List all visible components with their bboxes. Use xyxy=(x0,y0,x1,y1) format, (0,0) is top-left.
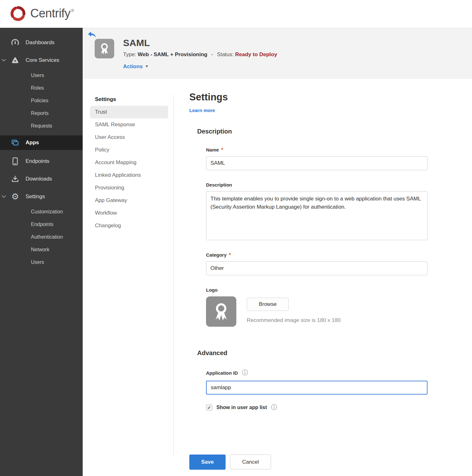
caret-down-icon: ▼ xyxy=(145,64,149,68)
device-icon xyxy=(11,157,20,165)
logo-actions: Browse Recommended image size is 180 x 1… xyxy=(247,296,341,327)
sidebar-item-label: Endpoints xyxy=(26,158,50,164)
application-id-label-text: Application ID xyxy=(206,370,238,376)
sidebar-item-dashboards[interactable]: Dashboards xyxy=(0,34,83,51)
subnav-item-saml-response[interactable]: SAML Response xyxy=(90,118,168,131)
vertical-divider xyxy=(174,95,174,456)
info-icon[interactable]: ⓘ xyxy=(271,403,277,412)
logo-label: Logo xyxy=(206,287,432,293)
subnav-item-account-mapping[interactable]: Account Mapping xyxy=(90,156,168,169)
core-services-icon xyxy=(11,57,20,64)
gear-glyph: ⚙ xyxy=(11,193,19,201)
category-label-text: Category xyxy=(206,252,227,258)
description-field[interactable]: This template enables you to provide sin… xyxy=(206,191,428,240)
name-field[interactable] xyxy=(206,156,428,170)
brand-name: Centrify xyxy=(30,4,70,23)
top-bar: Centrify ® xyxy=(0,0,472,28)
subnav-item-policy[interactable]: Policy xyxy=(90,144,168,156)
sidebar-item-network[interactable]: Network xyxy=(0,243,83,256)
subnav-item-user-access[interactable]: User Access xyxy=(90,131,168,144)
logo-label-text: Logo xyxy=(206,287,218,293)
subnav-item-linked-applications[interactable]: Linked Applications xyxy=(90,169,168,181)
description-section-heading: Description xyxy=(197,128,432,135)
logo-recommendation-text: Recommended image size is 180 x 180 xyxy=(247,317,341,324)
content-area: Settings Trust SAML Response User Access… xyxy=(83,79,472,476)
sidebar-item-authentication[interactable]: Authentication xyxy=(0,231,83,243)
sidebar-item-endpoints-settings[interactable]: Endpoints xyxy=(0,218,83,231)
sidebar-item-apps[interactable]: Apps xyxy=(0,135,83,150)
sidebar-item-downloads[interactable]: Downloads xyxy=(0,170,83,188)
subnav-item-workflow[interactable]: Workflow xyxy=(90,207,168,219)
cancel-button[interactable]: Cancel xyxy=(230,455,271,469)
category-label: Category * xyxy=(206,252,432,258)
learn-more-link[interactable]: Learn more xyxy=(189,108,215,113)
application-id-label: Application ID ⓘ xyxy=(206,369,432,377)
sidebar-item-label: Apps xyxy=(26,140,39,146)
sidebar-item-roles[interactable]: Roles xyxy=(0,82,83,94)
actions-menu[interactable]: Actions▼ xyxy=(123,63,149,70)
chevron-down-icon[interactable] xyxy=(2,195,6,198)
description-label-text: Description xyxy=(206,182,232,187)
type-value: Web - SAML + Provisioning xyxy=(138,51,207,57)
app-logo-icon xyxy=(95,39,114,58)
download-icon xyxy=(11,175,20,183)
settings-subnav: Settings Trust SAML Response User Access… xyxy=(90,93,168,232)
type-label: Type: xyxy=(123,51,136,57)
save-button[interactable]: Save xyxy=(189,455,226,470)
app-header: SAML Type: Web - SAML + Provisioning • S… xyxy=(83,28,472,79)
description-form: Name * Description This template enables… xyxy=(206,147,432,327)
application-id-field[interactable] xyxy=(206,381,428,395)
advanced-form: Application ID ⓘ ✓ Show in user app list… xyxy=(206,369,432,412)
name-label-text: Name xyxy=(206,147,219,152)
subnav-item-provisioning[interactable]: Provisioning xyxy=(90,181,168,194)
description-label: Description xyxy=(206,182,432,187)
app-meta: Type: Web - SAML + Provisioning • Status… xyxy=(123,51,277,58)
status-value: Ready to Deploy xyxy=(235,51,277,57)
sidebar-item-users-settings[interactable]: Users xyxy=(0,256,83,269)
advanced-section-heading: Advanced xyxy=(197,349,432,357)
subnav-item-trust[interactable]: Trust xyxy=(90,106,168,118)
back-arrow-icon[interactable] xyxy=(87,31,96,39)
sidebar-item-requests[interactable]: Requests xyxy=(0,120,83,132)
logo-row: Browse Recommended image size is 180 x 1… xyxy=(206,296,432,327)
sidebar-item-reports[interactable]: Reports xyxy=(0,107,83,120)
gauge-icon xyxy=(11,39,20,46)
actions-label: Actions xyxy=(123,63,143,69)
status-label: Status: xyxy=(217,51,234,57)
registered-mark: ® xyxy=(71,8,74,13)
app-title: SAML xyxy=(123,38,150,48)
sidebar-item-label: Settings xyxy=(26,193,45,200)
info-icon[interactable]: ⓘ xyxy=(242,369,248,377)
meta-separator: • xyxy=(211,52,213,57)
required-asterisk: * xyxy=(221,148,223,152)
sidebar-item-core-services[interactable]: Core Services xyxy=(0,51,83,69)
sidebar-item-policies[interactable]: Policies xyxy=(0,94,83,107)
name-label: Name * xyxy=(206,147,432,152)
sidebar-item-label: Dashboards xyxy=(26,39,55,46)
sidebar: Dashboards Core Services Users Roles Pol… xyxy=(0,28,83,476)
browse-button[interactable]: Browse xyxy=(247,298,289,311)
sidebar-item-customization[interactable]: Customization xyxy=(0,205,83,218)
settings-panel: Settings Learn more Description Name * D… xyxy=(189,92,432,412)
form-footer: Save Cancel xyxy=(189,455,271,470)
required-asterisk: * xyxy=(229,253,231,257)
sidebar-item-users[interactable]: Users xyxy=(0,69,83,82)
category-field[interactable] xyxy=(206,261,428,275)
sidebar-item-settings[interactable]: ⚙ Settings xyxy=(0,188,83,205)
sidebar-item-label: Downloads xyxy=(26,176,52,182)
logo-preview-icon xyxy=(206,296,236,327)
subnav-item-app-gateway[interactable]: App Gateway xyxy=(90,194,168,207)
page-title: Settings xyxy=(189,92,432,103)
apps-icon xyxy=(11,139,20,146)
subnav-heading: Settings xyxy=(90,93,168,106)
show-in-app-list-label: Show in user app list xyxy=(216,405,267,410)
sidebar-item-endpoints[interactable]: Endpoints xyxy=(0,152,83,170)
show-in-app-list-checkbox[interactable]: ✓ xyxy=(206,404,212,411)
sidebar-item-label: Core Services xyxy=(26,57,59,63)
checkmark-icon: ✓ xyxy=(207,405,211,410)
brand-logo: Centrify ® xyxy=(8,4,74,23)
show-in-app-list-row: ✓ Show in user app list ⓘ xyxy=(206,403,432,412)
chevron-down-icon[interactable] xyxy=(2,59,6,62)
centrify-logo-icon xyxy=(8,4,28,23)
subnav-item-changelog[interactable]: Changelog xyxy=(90,219,168,232)
